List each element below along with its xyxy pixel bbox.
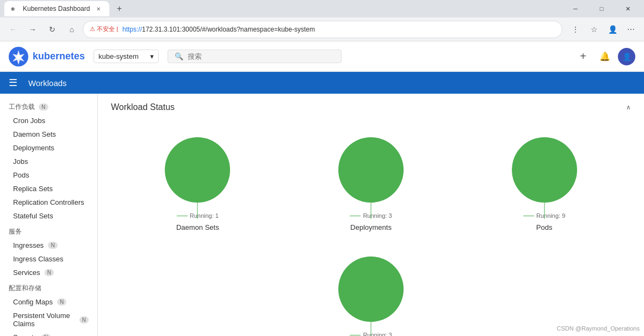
ingresses-badge: N bbox=[48, 242, 57, 249]
deployments-circle-wrapper bbox=[333, 132, 409, 208]
header-actions: + 🔔 👤 bbox=[574, 48, 635, 65]
sidebar-item-replication-controllers[interactable]: Replication Controllers bbox=[0, 196, 97, 209]
svg-point-1 bbox=[16, 54, 21, 59]
app: kubernetes kube-system ▾ 🔍 + 🔔 👤 ☰ Workl… bbox=[0, 41, 644, 336]
pvc-badge: N bbox=[79, 316, 89, 323]
pods-name: Pods bbox=[536, 223, 553, 231]
search-box[interactable]: 🔍 bbox=[168, 50, 342, 63]
back-button[interactable]: ← bbox=[4, 21, 22, 38]
sidebar-item-deployments[interactable]: Deployments bbox=[0, 141, 97, 155]
daemon-sets-name: Daemon Sets bbox=[176, 223, 219, 231]
daemon-sets-circle bbox=[165, 137, 230, 203]
daemon-sets-line bbox=[197, 197, 198, 219]
kubernetes-logo-icon bbox=[9, 47, 28, 66]
kubernetes-logo: kubernetes bbox=[9, 47, 85, 66]
close-button[interactable]: ✕ bbox=[616, 0, 640, 17]
workload-status-panel: Workload Status ∧ Running: 1 Daemon Sets bbox=[98, 94, 644, 336]
namespace-selector[interactable]: kube-system ▾ bbox=[94, 50, 159, 63]
top-nav: ☰ Workloads bbox=[0, 72, 644, 94]
pods-line bbox=[544, 197, 544, 219]
deployments-circle bbox=[338, 137, 404, 203]
security-warning: ⚠ 不安全 | bbox=[90, 25, 118, 33]
url-path: /#/workloads?namespace=kube-system bbox=[200, 26, 315, 33]
kubernetes-logo-text: kubernetes bbox=[33, 51, 85, 62]
profile-icon[interactable]: 👤 bbox=[604, 21, 621, 38]
refresh-button[interactable]: ↻ bbox=[44, 21, 61, 38]
chart-replica-sets: Running: 3 Replica Sets bbox=[284, 240, 458, 336]
minimize-button[interactable]: ─ bbox=[564, 0, 587, 17]
chevron-down-icon: ▾ bbox=[150, 52, 154, 60]
charts-row-2: Running: 3 Replica Sets bbox=[111, 240, 631, 336]
url-protocol: https:// bbox=[122, 26, 142, 33]
services-badge: N bbox=[45, 269, 54, 276]
chart-pods: Running: 9 Pods bbox=[457, 121, 631, 240]
chart-daemon-sets: Running: 1 Daemon Sets bbox=[111, 121, 284, 240]
toolbar-actions: ⋮ ☆ 👤 ⋯ bbox=[567, 21, 640, 38]
sidebar-item-daemon-sets[interactable]: Daemon Sets bbox=[0, 127, 97, 141]
user-avatar[interactable]: 👤 bbox=[618, 48, 635, 65]
charts-row-1: Running: 1 Daemon Sets Running: 3 Deploy… bbox=[111, 121, 631, 240]
secrets-badge: N bbox=[41, 334, 51, 336]
pods-circle-wrapper bbox=[506, 132, 583, 208]
sidebar: 工作负载 N Cron Jobs Daemon Sets Deployments… bbox=[0, 94, 98, 336]
sidebar-item-ingress-classes[interactable]: Ingress Classes bbox=[0, 252, 97, 266]
maximize-button[interactable]: □ bbox=[590, 0, 614, 17]
home-button[interactable]: ⌂ bbox=[63, 21, 81, 38]
new-tab-button[interactable]: + bbox=[112, 1, 127, 16]
sidebar-item-ingresses[interactable]: Ingresses N bbox=[0, 239, 97, 252]
replica-sets-circle bbox=[338, 256, 404, 322]
workloads-nav-title: Workloads bbox=[28, 78, 67, 88]
notifications-button[interactable]: 🔔 bbox=[596, 48, 614, 65]
sidebar-item-secrets[interactable]: Secrets N bbox=[0, 331, 97, 336]
replica-sets-circle-wrapper bbox=[333, 251, 409, 327]
collapse-button[interactable]: ∧ bbox=[626, 103, 631, 111]
extensions-icon[interactable]: ⋮ bbox=[567, 21, 584, 38]
sidebar-section-services: 服务 bbox=[0, 223, 97, 239]
sidebar-item-jobs[interactable]: Jobs bbox=[0, 155, 97, 168]
url-port: :30005 bbox=[180, 26, 200, 33]
sidebar-item-pods[interactable]: Pods bbox=[0, 168, 97, 182]
address-bar[interactable]: ⚠ 不安全 | https://172.31.3.101:30005/#/wor… bbox=[83, 21, 562, 38]
sidebar-item-config-maps[interactable]: Config Maps N bbox=[0, 295, 97, 309]
namespace-value: kube-system bbox=[98, 52, 139, 60]
sidebar-item-pvc[interactable]: Persistent Volume Claims N bbox=[0, 309, 97, 331]
app-header: kubernetes kube-system ▾ 🔍 + 🔔 👤 bbox=[0, 41, 644, 72]
tab-title: Kubernetes Dashboard bbox=[23, 5, 90, 13]
url-text: https://172.31.3.101:30005/#/workloads?n… bbox=[122, 26, 315, 33]
browser-titlebar: ⎈ Kubernetes Dashboard ✕ + ─ □ ✕ bbox=[0, 0, 644, 17]
daemon-sets-circle-wrapper bbox=[159, 132, 236, 208]
replica-sets-line bbox=[371, 316, 371, 336]
add-button[interactable]: + bbox=[574, 48, 592, 65]
sidebar-item-services[interactable]: Services N bbox=[0, 266, 97, 279]
more-icon[interactable]: ⋯ bbox=[622, 21, 640, 38]
sidebar-item-stateful-sets[interactable]: Stateful Sets bbox=[0, 209, 97, 223]
deployments-name: Deployments bbox=[350, 223, 392, 231]
watermark: CSDN @Raymond_Operations bbox=[557, 325, 640, 332]
url-domain: 172.31.3.101 bbox=[142, 26, 180, 33]
deployments-line bbox=[370, 197, 371, 219]
search-input[interactable] bbox=[188, 52, 335, 60]
window-controls: ─ □ ✕ bbox=[564, 0, 640, 17]
main-content: Workload Status ∧ Running: 1 Daemon Sets bbox=[98, 94, 644, 336]
browser-toolbar: ← → ↻ ⌂ ⚠ 不安全 | https://172.31.3.101:300… bbox=[0, 17, 644, 41]
browser-tab[interactable]: ⎈ Kubernetes Dashboard ✕ bbox=[4, 1, 109, 16]
workloads-badge: N bbox=[39, 103, 48, 111]
sidebar-section-config: 配置和存储 bbox=[0, 279, 97, 295]
sidebar-item-replica-sets[interactable]: Replica Sets bbox=[0, 182, 97, 196]
bookmark-icon[interactable]: ☆ bbox=[585, 21, 603, 38]
panel-header: Workload Status ∧ bbox=[111, 102, 631, 112]
tab-favicon: ⎈ bbox=[11, 5, 18, 13]
content-area: 工作负载 N Cron Jobs Daemon Sets Deployments… bbox=[0, 94, 644, 336]
config-maps-badge: N bbox=[57, 298, 66, 306]
search-icon: 🔍 bbox=[175, 52, 183, 60]
sidebar-section-workloads: 工作负载 N bbox=[0, 98, 97, 114]
pods-circle bbox=[512, 137, 577, 203]
panel-title: Workload Status bbox=[111, 102, 175, 112]
tab-close-button[interactable]: ✕ bbox=[94, 4, 103, 13]
forward-button[interactable]: → bbox=[24, 21, 41, 38]
chart-deployments: Running: 3 Deployments bbox=[284, 121, 458, 240]
sidebar-item-cron-jobs[interactable]: Cron Jobs bbox=[0, 114, 97, 127]
hamburger-menu-icon[interactable]: ☰ bbox=[9, 77, 17, 89]
